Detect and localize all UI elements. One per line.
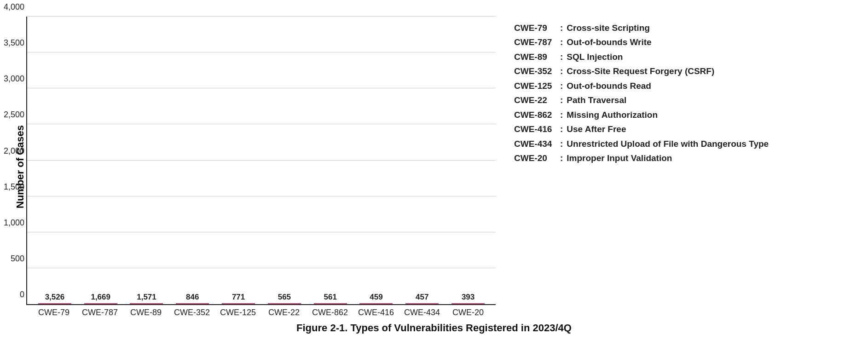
bar-value: 393 (462, 293, 475, 302)
bar (451, 303, 485, 304)
bar-value: 3,526 (45, 293, 65, 302)
x-tick-label: CWE-22 (261, 308, 307, 317)
legend-item: CWE-862: Missing Authorization (514, 108, 848, 121)
legend-item: CWE-352: Cross-Site Request Forgery (CSR… (514, 64, 848, 78)
legend-desc: Cross-Site Request Forgery (CSRF) (567, 64, 714, 78)
legend-colon: : (560, 93, 563, 107)
chart-and-legend: 4,0003,5003,0002,5002,0001,5001,00050003… (26, 17, 857, 317)
bar-value: 565 (278, 293, 291, 302)
legend-colon: : (560, 137, 563, 150)
legend-desc: SQL Injection (567, 50, 623, 63)
legend-item: CWE-79: Cross-site Scripting (514, 21, 848, 35)
legend-desc: Out-of-bounds Read (567, 79, 651, 92)
y-tick-label: 2,500 (4, 110, 24, 120)
legend-desc: Path Traversal (567, 93, 626, 107)
x-tick-label: CWE-89 (123, 308, 169, 317)
chart-plot: 4,0003,5003,0002,5002,0001,5001,00050003… (26, 17, 496, 317)
legend-item: CWE-125: Out-of-bounds Read (514, 79, 848, 92)
legend-desc: Use After Free (567, 122, 626, 136)
y-tick-label: 3,500 (4, 38, 24, 48)
bar-group: 393 (445, 293, 491, 304)
legend-cwe: CWE-125 (514, 79, 560, 92)
bar-group: 1,571 (124, 293, 170, 304)
x-tick-label: CWE-79 (31, 308, 77, 317)
legend-item: CWE-787: Out-of-bounds Write (514, 35, 848, 49)
y-tick-label: 2,000 (4, 146, 24, 156)
bar-group: 565 (261, 293, 307, 304)
legend-desc: Improper Input Validation (567, 151, 672, 165)
x-axis-labels: CWE-79CWE-787CWE-89CWE-352CWE-125CWE-22C… (26, 308, 496, 317)
bar-value: 457 (416, 293, 428, 302)
legend-cwe: CWE-22 (514, 93, 560, 107)
y-tick-label: 3,000 (4, 74, 24, 84)
bar (314, 303, 347, 304)
bars-row: 3,5261,6691,571846771565561459457393 (27, 17, 496, 304)
x-tick-label: CWE-352 (169, 308, 215, 317)
x-tick-label: CWE-20 (445, 308, 491, 317)
bar-group: 457 (399, 293, 445, 304)
legend-item: CWE-434: Unrestricted Upload of File wit… (514, 137, 848, 150)
bar (176, 303, 209, 304)
bar-group: 1,669 (78, 293, 124, 304)
chart-area: Number of Cases 4,0003,5003,0002,5002,00… (11, 17, 857, 317)
legend-colon: : (560, 122, 563, 136)
chart-container: Number of Cases 4,0003,5003,0002,5002,00… (6, 7, 862, 339)
y-tick-label: 1,000 (4, 218, 24, 227)
bar-group: 846 (169, 293, 215, 304)
bar (359, 303, 393, 304)
bar-group: 3,526 (32, 293, 78, 304)
bar-value: 561 (324, 293, 336, 302)
legend-item: CWE-416: Use After Free (514, 122, 848, 136)
legend-cwe: CWE-416 (514, 122, 560, 136)
legend-colon: : (560, 50, 563, 63)
x-tick-label: CWE-434 (399, 308, 445, 317)
bar-group: 459 (353, 293, 399, 304)
bar-group: 771 (215, 293, 261, 304)
bar-group: 561 (307, 293, 353, 304)
grid-and-bars: 4,0003,5003,0002,5002,0001,5001,00050003… (26, 17, 496, 305)
x-tick-label: CWE-125 (215, 308, 261, 317)
bar (84, 303, 117, 304)
legend-desc: Missing Authorization (567, 108, 658, 121)
bar-value: 459 (370, 293, 382, 302)
bar (130, 303, 163, 304)
y-tick-label: 500 (11, 254, 24, 263)
figure-caption: Figure 2-1. Types of Vulnerabilities Reg… (296, 322, 572, 334)
legend-cwe: CWE-89 (514, 50, 560, 63)
y-tick-label: 0 (20, 290, 24, 300)
bar-value: 1,571 (137, 293, 156, 302)
x-tick-label: CWE-416 (353, 308, 399, 317)
legend-colon: : (560, 79, 563, 92)
legend-item: CWE-22: Path Traversal (514, 93, 848, 107)
legend-colon: : (560, 64, 563, 78)
legend-colon: : (560, 108, 563, 121)
x-tick-label: CWE-862 (307, 308, 353, 317)
legend-desc: Cross-site Scripting (567, 21, 650, 35)
legend-cwe: CWE-352 (514, 64, 560, 78)
legend-item: CWE-89: SQL Injection (514, 50, 848, 63)
legend-cwe: CWE-434 (514, 137, 560, 150)
legend-colon: : (560, 35, 563, 49)
legend-colon: : (560, 151, 563, 165)
bar (405, 303, 439, 304)
legend-cwe: CWE-79 (514, 21, 560, 35)
bar-value: 1,669 (91, 293, 110, 302)
legend: CWE-79: Cross-site ScriptingCWE-787: Out… (496, 17, 857, 317)
y-tick-label: 4,000 (4, 2, 24, 12)
legend-colon: : (560, 21, 563, 35)
bar (38, 303, 71, 304)
bar (222, 303, 255, 304)
bar-value: 771 (232, 293, 245, 302)
bar-value: 846 (186, 293, 199, 302)
legend-cwe: CWE-20 (514, 151, 560, 165)
legend-desc: Unrestricted Upload of File with Dangero… (567, 137, 769, 150)
x-tick-label: CWE-787 (77, 308, 123, 317)
legend-cwe: CWE-862 (514, 108, 560, 121)
bar (268, 303, 301, 304)
legend-cwe: CWE-787 (514, 35, 560, 49)
y-axis-label: Number of Cases (11, 17, 26, 317)
legend-item: CWE-20: Improper Input Validation (514, 151, 848, 165)
legend-desc: Out-of-bounds Write (567, 35, 651, 49)
y-tick-label: 1,500 (4, 182, 24, 191)
